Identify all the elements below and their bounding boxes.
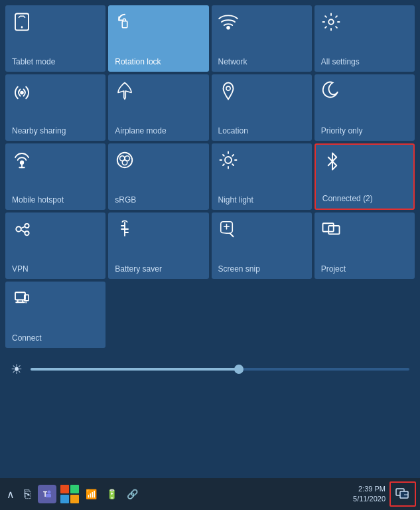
tile-mobile-hotspot[interactable]: Mobile hotspot	[5, 143, 105, 210]
bluetooth-icon	[322, 151, 342, 175]
airplane-icon-svg	[115, 81, 135, 101]
tile-tablet-mode-label: Tablet mode	[12, 57, 55, 66]
tile-all-settings[interactable]: All settings	[315, 5, 415, 72]
tile-bluetooth[interactable]: Connected (2)	[315, 143, 415, 210]
project-taskbar-button[interactable]	[389, 481, 416, 507]
tile-battery-saver-label: Battery saver	[115, 264, 162, 274]
tile-night-light[interactable]: Night light	[212, 143, 312, 210]
screen-snip-icon	[218, 219, 238, 242]
clock[interactable]: 2:39 PM 5/11/2020	[353, 484, 385, 505]
tile-rotation-lock[interactable]: Rotation lock	[108, 5, 208, 72]
brightness-fill	[31, 368, 239, 371]
svg-line-20	[232, 164, 234, 165]
priority-only-icon	[321, 81, 341, 104]
tile-srgb[interactable]: sRGB	[108, 143, 208, 210]
battery-icon-svg	[115, 219, 135, 239]
brightness-slider[interactable]	[31, 368, 409, 371]
tile-airplane-mode[interactable]: Airplane mode	[108, 74, 208, 141]
brightness-thumb	[234, 365, 244, 374]
project-icon	[321, 219, 341, 242]
tile-vpn[interactable]: VPN	[5, 212, 105, 279]
svg-rect-2	[123, 21, 128, 28]
rotation-icon-svg	[115, 12, 135, 32]
taskbar: ∧ ⎘ T 📶 🔋 🔗	[0, 478, 420, 510]
svg-line-19	[223, 155, 224, 156]
network-icon-svg	[218, 12, 238, 32]
svg-line-26	[21, 226, 25, 228]
svg-point-24	[25, 224, 29, 228]
settings-icon-svg	[321, 12, 341, 32]
connect-icon-svg	[12, 288, 32, 308]
svg-point-14	[225, 157, 232, 163]
svg-rect-43	[46, 494, 51, 497]
mobile-hotspot-icon	[12, 150, 32, 173]
battery-saver-icon	[115, 219, 135, 242]
svg-point-3	[227, 27, 230, 29]
airplane-mode-icon	[115, 81, 135, 104]
taskbar-teams-icon[interactable]: T	[38, 485, 56, 503]
project-taskbar-svg	[395, 488, 410, 500]
snip-icon-svg	[218, 219, 238, 239]
tile-srgb-label: sRGB	[115, 195, 136, 205]
taskbar-usb-icon[interactable]: ⎘	[21, 485, 34, 504]
svg-point-5	[21, 92, 23, 94]
nearby-icon-svg	[12, 81, 32, 101]
svg-point-13	[123, 160, 128, 165]
tile-connect[interactable]: Connect	[5, 282, 105, 348]
tile-network-label: Network	[218, 57, 247, 66]
taskbar-tiles-icon[interactable]	[60, 485, 79, 503]
tile-project[interactable]: Project	[315, 212, 415, 279]
srgb-icon	[115, 150, 135, 173]
tile-rotation-lock-label: Rotation lock	[115, 57, 161, 66]
vpn-icon	[12, 219, 32, 242]
tile-bluetooth-label: Connected (2)	[322, 194, 373, 203]
location-icon	[218, 81, 238, 104]
night-light-icon	[218, 150, 238, 173]
taskbar-wifi-icon[interactable]: 📶	[83, 486, 100, 502]
tablet-icon-svg	[12, 12, 32, 32]
brightness-icon: ☀	[11, 361, 23, 377]
tile-mobile-hotspot-label: Mobile hotspot	[12, 195, 64, 205]
tiles-grid: Tablet mode Rotation lock	[0, 0, 420, 282]
rotation-lock-icon	[115, 12, 135, 35]
teams-svg: T	[41, 488, 53, 500]
srgb-icon-svg	[115, 150, 135, 170]
tablet-mode-icon	[12, 12, 32, 35]
tile-priority-only-label: Priority only	[321, 126, 363, 135]
project-icon-svg	[321, 219, 341, 239]
brightness-area: ☀	[0, 351, 420, 384]
svg-line-21	[232, 155, 234, 156]
tile-all-settings-label: All settings	[321, 57, 360, 66]
svg-line-22	[223, 164, 224, 165]
taskbar-battery-icon[interactable]: 🔋	[104, 486, 120, 502]
taskbar-left: ∧ ⎘ T 📶 🔋 🔗	[4, 485, 350, 504]
tile-tablet-mode[interactable]: Tablet mode	[5, 5, 105, 72]
tile-priority-only[interactable]: Priority only	[315, 74, 415, 141]
bottom-tiles: Connect	[0, 282, 420, 351]
tile-connect-label: Connect	[12, 333, 42, 343]
taskbar-link-icon[interactable]: 🔗	[124, 486, 141, 502]
taskbar-chevron-icon[interactable]: ∧	[4, 485, 17, 503]
tile-location[interactable]: Location	[212, 74, 312, 141]
bluetooth-icon-svg	[322, 151, 342, 171]
svg-rect-34	[15, 292, 25, 299]
tile-battery-saver[interactable]: Battery saver	[108, 212, 208, 279]
tile-project-label: Project	[321, 264, 346, 274]
tile-airplane-mode-label: Airplane mode	[115, 126, 166, 135]
tile-nearby-sharing-label: Nearby sharing	[12, 126, 66, 135]
tile-network[interactable]: Network	[212, 5, 312, 72]
nightlight-icon-svg	[218, 150, 238, 170]
action-center: Tablet mode Rotation lock	[0, 0, 420, 510]
svg-line-27	[21, 230, 25, 232]
location-icon-svg	[218, 81, 238, 101]
tile-vpn-label: VPN	[12, 264, 29, 274]
taskbar-right: 2:39 PM 5/11/2020	[353, 481, 416, 507]
svg-point-6	[226, 86, 230, 90]
all-settings-icon	[321, 12, 341, 35]
tile-location-label: Location	[218, 126, 248, 135]
tile-nearby-sharing[interactable]: Nearby sharing	[5, 74, 105, 141]
svg-point-23	[16, 226, 21, 232]
nearby-sharing-icon	[12, 81, 32, 104]
tile-screen-snip[interactable]: Screen snip	[212, 212, 312, 279]
clock-date: 5/11/2020	[353, 494, 385, 504]
